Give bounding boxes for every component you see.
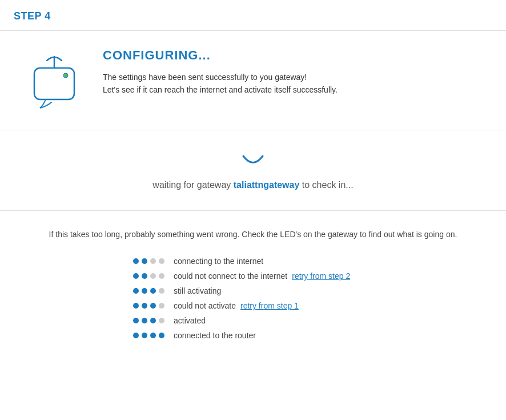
status-dots bbox=[133, 288, 164, 294]
status-section: If this takes too long, probably somethi… bbox=[0, 211, 506, 369]
dot-filled bbox=[133, 288, 139, 294]
dot-filled bbox=[150, 333, 156, 338]
status-label: could not activate bbox=[174, 301, 236, 310]
dot-filled bbox=[150, 303, 156, 309]
dot-filled bbox=[142, 258, 147, 264]
waiting-prefix: waiting for gateway bbox=[152, 180, 233, 190]
config-description: The settings have been sent successfully… bbox=[103, 71, 338, 97]
status-dots bbox=[133, 318, 164, 323]
dot-filled bbox=[150, 288, 156, 294]
retry-link[interactable]: retry from step 1 bbox=[240, 301, 299, 310]
dot-filled bbox=[142, 288, 147, 294]
step-header: STEP 4 bbox=[0, 0, 506, 31]
dot-empty bbox=[150, 273, 156, 279]
status-label: connected to the router bbox=[174, 331, 256, 340]
dot-empty bbox=[150, 258, 156, 264]
status-dots bbox=[133, 273, 164, 279]
svg-rect-1 bbox=[34, 68, 74, 99]
dot-filled bbox=[133, 273, 139, 279]
status-label: activated bbox=[174, 316, 206, 325]
dot-filled bbox=[133, 333, 139, 338]
status-label: connecting to the internet bbox=[174, 257, 263, 266]
dot-filled bbox=[150, 318, 156, 323]
status-dots bbox=[133, 303, 164, 309]
smiley-icon bbox=[11, 153, 495, 172]
dot-empty bbox=[159, 318, 164, 323]
dot-empty bbox=[159, 273, 164, 279]
dot-filled bbox=[159, 333, 164, 338]
status-list-item: connecting to the internet bbox=[133, 257, 373, 266]
status-label: could not connect to the internet bbox=[174, 271, 287, 281]
gateway-icon bbox=[23, 48, 86, 113]
config-text: CONFIGURING... The settings have been se… bbox=[103, 48, 338, 97]
status-list: connecting to the internetcould not conn… bbox=[133, 257, 373, 340]
config-section: CONFIGURING... The settings have been se… bbox=[0, 31, 506, 130]
status-dots bbox=[133, 333, 164, 338]
dot-filled bbox=[133, 318, 139, 323]
dot-empty bbox=[159, 303, 164, 309]
dot-empty bbox=[159, 288, 164, 294]
status-list-item: could not connect to the internetretry f… bbox=[133, 271, 373, 281]
step-title: STEP 4 bbox=[14, 10, 51, 22]
status-label: still activating bbox=[174, 286, 221, 295]
dot-filled bbox=[142, 318, 147, 323]
status-list-item: connected to the router bbox=[133, 331, 373, 340]
dot-filled bbox=[142, 303, 147, 309]
retry-link[interactable]: retry from step 2 bbox=[292, 271, 350, 281]
gateway-name: taliattngateway bbox=[234, 180, 300, 190]
dot-filled bbox=[133, 258, 139, 264]
dot-filled bbox=[142, 333, 147, 338]
configuring-heading: CONFIGURING... bbox=[103, 48, 338, 63]
waiting-section: waiting for gateway taliattngateway to c… bbox=[0, 130, 506, 211]
status-dots bbox=[133, 258, 164, 264]
status-list-item: could not activateretry from step 1 bbox=[133, 301, 373, 310]
status-list-item: activated bbox=[133, 316, 373, 325]
waiting-suffix: to check in... bbox=[299, 180, 353, 190]
svg-point-2 bbox=[63, 73, 68, 78]
dot-filled bbox=[142, 273, 147, 279]
waiting-text: waiting for gateway taliattngateway to c… bbox=[11, 180, 495, 190]
warning-text: If this takes too long, probably somethi… bbox=[23, 228, 483, 241]
status-list-item: still activating bbox=[133, 286, 373, 295]
dot-filled bbox=[133, 303, 139, 309]
dot-empty bbox=[159, 258, 164, 264]
